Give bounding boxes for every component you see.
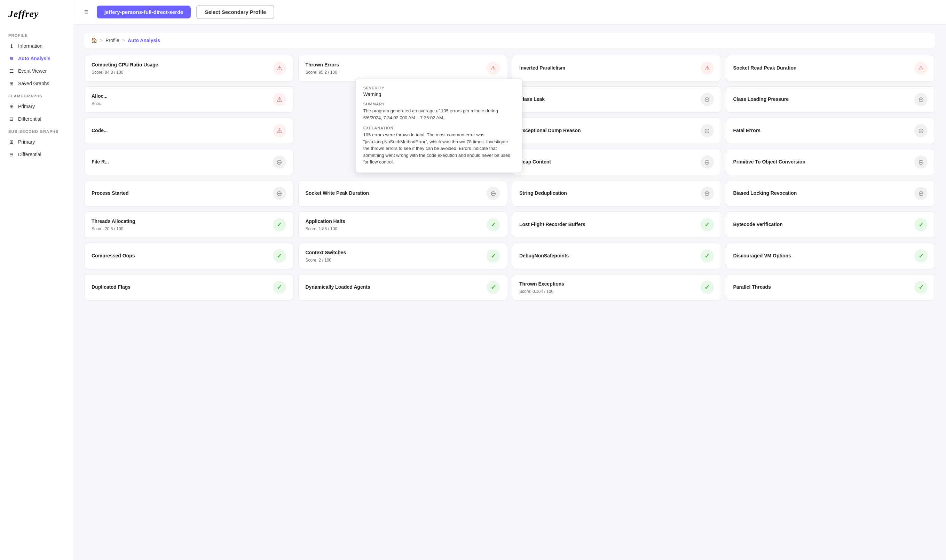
card-title: Dynamically Loaded Agents	[306, 284, 370, 291]
card-fatal-errors[interactable]: Fatal Errors	[726, 118, 935, 144]
card-discouraged-vm[interactable]: Discouraged VM Options	[726, 243, 935, 269]
sidebar-item-information[interactable]: ℹ Information	[0, 40, 73, 52]
card-title: Code...	[91, 127, 108, 134]
card-class-leak[interactable]: Class Leak	[512, 86, 721, 113]
card-application-halts[interactable]: Application HaltsScore: 1.86 / 100	[298, 211, 507, 238]
tooltip-severity-value: Warning	[364, 91, 515, 97]
card-title: Class Leak	[519, 96, 545, 103]
secondary-profile-button[interactable]: Select Secondary Profile	[196, 5, 274, 19]
card-status-icon-neutral	[701, 155, 714, 169]
card-code-cache[interactable]: Code...	[84, 118, 293, 144]
card-status-icon-ok	[914, 281, 928, 294]
card-title: String Deduplication	[519, 190, 567, 197]
primary-icon: ⊞	[8, 103, 15, 109]
breadcrumb-sep2: >	[122, 38, 125, 43]
card-title: Heap Content	[519, 158, 551, 166]
card-status-icon-warning	[273, 124, 286, 137]
tooltip-overlay: Severity Warning Summary The program gen…	[355, 78, 522, 173]
card-status-icon-warning	[273, 93, 286, 106]
ok-icon	[704, 283, 710, 291]
card-process-started[interactable]: Process Started	[84, 180, 293, 207]
warning-icon	[277, 127, 282, 135]
card-compressed-oops[interactable]: Compressed Oops	[84, 243, 293, 269]
card-allocation-pressure[interactable]: Alloc...Scor...	[84, 86, 293, 113]
sidebar-item-label: Event Viewer	[18, 68, 47, 74]
card-title: Threads Allocating	[91, 218, 136, 225]
menu-icon[interactable]: ≡	[84, 8, 88, 16]
card-parallel-threads[interactable]: Parallel Threads	[726, 274, 935, 300]
card-score: Score: 2 / 100	[306, 258, 346, 263]
card-title: Socket Write Peak Duration	[306, 190, 369, 197]
card-class-loading-pressure[interactable]: Class Loading Pressure	[726, 86, 935, 113]
neutral-icon	[918, 127, 924, 135]
card-context-switches[interactable]: Context SwitchesScore: 2 / 100	[298, 243, 507, 269]
neutral-icon	[704, 127, 710, 135]
card-status-icon-ok	[701, 281, 714, 294]
ok-icon	[704, 221, 710, 229]
sidebar-item-label: Saved Graphs	[18, 81, 49, 86]
neutral-icon	[918, 95, 924, 104]
sidebar-item-auto-analysis[interactable]: ≋ Auto Analysis	[0, 52, 73, 65]
neutral-icon	[704, 95, 710, 104]
sidebar-item-fg-differential[interactable]: ⊟ Differential	[0, 113, 73, 125]
card-status-icon-ok	[487, 249, 500, 263]
card-thrown-exceptions[interactable]: Thrown ExceptionsScore: 0.164 / 100	[512, 274, 721, 300]
home-icon[interactable]: 🏠	[91, 38, 97, 43]
card-debugnon-safepoints[interactable]: DebugNonSafepoints	[512, 243, 721, 269]
ok-icon	[918, 221, 924, 229]
card-heap-content[interactable]: Heap Content	[512, 149, 721, 175]
card-socket-write-peak[interactable]: Socket Write Peak Duration	[298, 180, 507, 207]
card-status-icon-ok	[487, 281, 500, 294]
tooltip-summary-text: The program generated an average of 105 …	[364, 108, 515, 121]
card-competing-cpu[interactable]: Competing CPU Ratio UsageScore: 84.3 / 1…	[84, 55, 293, 82]
card-inverted-parallelism[interactable]: Inverted Parallelism	[512, 55, 721, 82]
differential-icon2: ⊟	[8, 151, 15, 158]
card-score: Score: 0.164 / 100	[519, 289, 564, 294]
tooltip-explanation-text: 105 errors were thrown in total. The mos…	[364, 131, 515, 166]
card-threads-allocating[interactable]: Threads AllocatingScore: 20.5 / 100	[84, 211, 293, 238]
card-status-icon-warning	[914, 62, 928, 75]
main-area: ≡ jeffery-persons-full-direct-serde Sele…	[73, 0, 946, 560]
card-bytecode-verification[interactable]: Bytecode Verification	[726, 211, 935, 238]
sidebar-item-ssg-differential[interactable]: ⊟ Differential	[0, 148, 73, 161]
graphs-icon: ⊞	[8, 80, 15, 87]
ok-icon	[491, 252, 496, 260]
card-biased-locking[interactable]: Biased Locking Revocation	[726, 180, 935, 207]
card-status-icon-neutral	[273, 187, 286, 200]
card-duplicated-flags[interactable]: Duplicated Flags	[84, 274, 293, 300]
card-thrown-errors[interactable]: Thrown ErrorsScore: 95.2 / 100	[298, 55, 507, 82]
card-score: Scor...	[91, 101, 108, 106]
sidebar-item-ssg-primary[interactable]: ⊞ Primary	[0, 135, 73, 148]
card-primitive-to-object[interactable]: Primitive To Object Conversion	[726, 149, 935, 175]
primary-icon2: ⊞	[8, 139, 15, 145]
card-score: Score: 20.5 / 100	[91, 226, 136, 231]
card-file-read[interactable]: File R...	[84, 149, 293, 175]
card-status-icon-neutral	[914, 155, 928, 169]
card-string-deduplication[interactable]: String Deduplication	[512, 180, 721, 207]
card-title: Inverted Parallelism	[519, 65, 565, 72]
ok-icon	[918, 252, 924, 260]
sidebar-item-fg-primary[interactable]: ⊞ Primary	[0, 100, 73, 113]
sidebar-item-saved-graphs[interactable]: ⊞ Saved Graphs	[0, 77, 73, 90]
neutral-icon	[490, 189, 496, 198]
card-title: Context Switches	[306, 249, 346, 256]
topbar: ≡ jeffery-persons-full-direct-serde Sele…	[73, 0, 946, 25]
card-score: Score: 95.2 / 100	[306, 70, 339, 75]
card-dynamically-loaded[interactable]: Dynamically Loaded Agents	[298, 274, 507, 300]
sidebar-item-event-viewer[interactable]: ☰ Event Viewer	[0, 65, 73, 77]
analysis-icon: ≋	[8, 55, 15, 62]
card-title: Alloc...	[91, 93, 108, 100]
card-status-icon-neutral	[701, 93, 714, 106]
warning-icon	[277, 95, 282, 103]
card-socket-read-peak[interactable]: Socket Read Peak Duration	[726, 55, 935, 82]
breadcrumb-sep1: >	[100, 38, 103, 43]
card-status-icon-warning	[273, 62, 286, 75]
card-title: Exceptional Dump Reason	[519, 127, 581, 134]
card-exceptional-dump[interactable]: Exceptional Dump Reason	[512, 118, 721, 144]
primary-profile-button[interactable]: jeffery-persons-full-direct-serde	[97, 6, 191, 18]
card-status-icon-ok	[914, 218, 928, 231]
sidebar-item-label: Auto Analysis	[18, 55, 51, 61]
card-title: Compressed Oops	[91, 252, 135, 260]
card-lost-flight-recorder[interactable]: Lost Flight Recorder Buffers	[512, 211, 721, 238]
breadcrumb-profile[interactable]: Profile	[105, 38, 119, 43]
